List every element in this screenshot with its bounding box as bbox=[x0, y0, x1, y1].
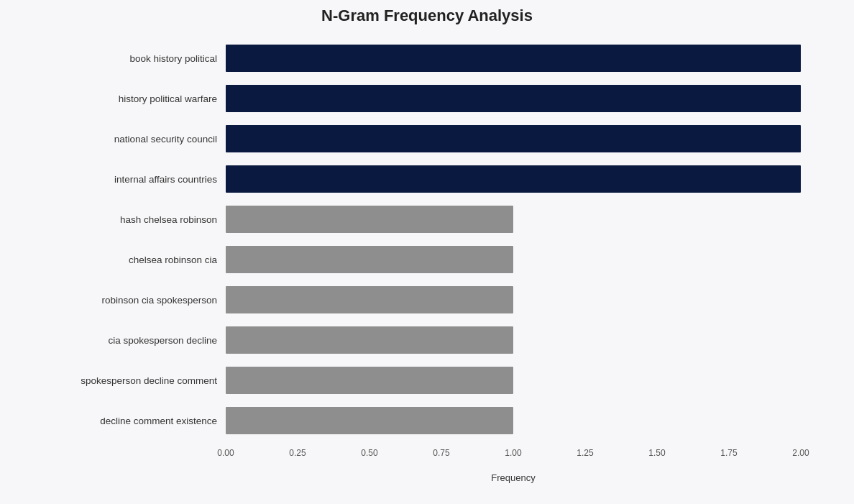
bar-track bbox=[226, 85, 801, 112]
bar-row: national security council bbox=[53, 120, 801, 157]
bar-row: internal affairs countries bbox=[53, 160, 801, 198]
x-tick: 0.50 bbox=[361, 448, 377, 458]
bar-fill bbox=[226, 45, 801, 72]
x-tick: 0.25 bbox=[289, 448, 306, 458]
x-tick: 2.00 bbox=[792, 448, 809, 458]
bar-label: spokesperson decline comment bbox=[53, 375, 226, 386]
bar-label: history political warfare bbox=[53, 93, 226, 104]
bar-row: cia spokesperson decline bbox=[53, 321, 801, 359]
x-tick: 1.25 bbox=[577, 448, 593, 458]
bar-track bbox=[226, 206, 801, 233]
bar-label: robinson cia spokesperson bbox=[53, 295, 226, 306]
x-axis-container: 0.000.250.500.751.001.251.501.752.00 bbox=[53, 448, 801, 469]
bar-track bbox=[226, 125, 801, 152]
bar-label: national security council bbox=[53, 134, 226, 145]
bar-row: hash chelsea robinson bbox=[53, 201, 801, 238]
bar-label: internal affairs countries bbox=[53, 174, 226, 185]
bar-row: decline comment existence bbox=[53, 402, 801, 439]
bar-track bbox=[226, 367, 801, 394]
chart-title: N-Gram Frequency Analysis bbox=[53, 6, 801, 25]
bar-label: cia spokesperson decline bbox=[53, 335, 226, 346]
x-axis: 0.000.250.500.751.001.251.501.752.00 bbox=[226, 448, 801, 469]
bar-track bbox=[226, 45, 801, 72]
bar-track bbox=[226, 407, 801, 434]
bar-fill bbox=[226, 326, 513, 354]
bar-track bbox=[226, 246, 801, 273]
bar-row: chelsea robinson cia bbox=[53, 241, 801, 278]
chart-area: book history politicalhistory political … bbox=[53, 40, 801, 442]
bar-fill bbox=[226, 206, 513, 233]
x-tick: 1.00 bbox=[505, 448, 521, 458]
bar-fill bbox=[226, 125, 801, 152]
chart-container: N-Gram Frequency Analysis book history p… bbox=[32, 0, 822, 504]
bar-label: hash chelsea robinson bbox=[53, 214, 226, 225]
bar-row: history political warfare bbox=[53, 80, 801, 117]
x-tick: 0.00 bbox=[217, 448, 234, 458]
bar-track bbox=[226, 286, 801, 313]
bar-fill bbox=[226, 246, 513, 273]
bar-fill bbox=[226, 367, 513, 394]
bar-row: spokesperson decline comment bbox=[53, 362, 801, 399]
bar-track bbox=[226, 326, 801, 354]
x-tick: 1.75 bbox=[720, 448, 737, 458]
bar-fill bbox=[226, 286, 513, 313]
x-axis-label: Frequency bbox=[53, 472, 801, 483]
bar-label: decline comment existence bbox=[53, 416, 226, 426]
bar-row: robinson cia spokesperson bbox=[53, 281, 801, 319]
bar-fill bbox=[226, 407, 513, 434]
bar-fill bbox=[226, 165, 801, 193]
bar-row: book history political bbox=[53, 40, 801, 77]
x-tick: 0.75 bbox=[433, 448, 449, 458]
bar-track bbox=[226, 165, 801, 193]
bar-fill bbox=[226, 85, 801, 112]
bar-label: chelsea robinson cia bbox=[53, 255, 226, 265]
x-tick: 1.50 bbox=[648, 448, 665, 458]
bar-label: book history political bbox=[53, 53, 226, 64]
